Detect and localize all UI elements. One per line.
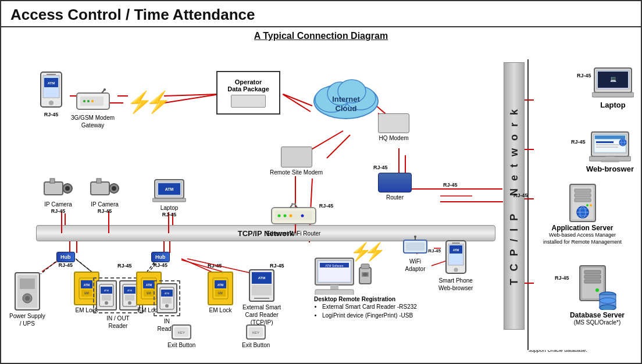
- desktop-registration: ATM Software Desktop Remote Registration…: [314, 257, 417, 320]
- svg-line-1: [164, 94, 219, 103]
- desktop-bullet-1: External Smart Card Reader -RS232: [322, 302, 417, 311]
- wifi-adaptor-icon: [402, 235, 428, 256]
- svg-rect-146: [601, 160, 619, 162]
- eth-router-icon: [270, 203, 317, 229]
- em-lock-3-box: ATM EM: [208, 272, 233, 305]
- desktop-bullets: External Smart Card Reader -RS232 LogiPr…: [314, 302, 417, 320]
- reader-box-1: ATM: [96, 280, 117, 311]
- svg-text:Cloud: Cloud: [336, 104, 357, 113]
- svg-text:EM: EM: [84, 291, 89, 295]
- app-server-label: Application Server: [551, 224, 613, 232]
- router-icon: [378, 173, 412, 192]
- svg-point-83: [25, 296, 30, 301]
- modem-icon: [76, 88, 110, 113]
- op-package-label: OperatorData Package: [227, 78, 269, 92]
- svg-rect-107: [162, 298, 172, 304]
- hq-modem-icon: [378, 113, 409, 133]
- page-title: Access Control / Time Attendance: [1, 1, 641, 27]
- diagram-area: A Typical Connection Diagram: [1, 27, 641, 361]
- power-supply-label: Power Supply/ UPS: [9, 312, 45, 327]
- db-server-sub: (MS SQL/Oracle*): [574, 319, 621, 326]
- svg-rect-121: [330, 285, 338, 290]
- internet-cloud: Internet Cloud: [308, 69, 384, 124]
- svg-text:Internet: Internet: [332, 95, 360, 104]
- svg-rect-145: [605, 156, 615, 160]
- hub-2-rj45: RJ-45: [153, 262, 167, 268]
- svg-point-37: [91, 100, 94, 102]
- svg-text:KEY: KEY: [252, 331, 259, 334]
- svg-point-35: [83, 100, 85, 102]
- ip-cam-2-rj45: RJ-45: [98, 208, 112, 214]
- page-container: Access Control / Time Attendance A Typic…: [0, 0, 642, 364]
- svg-line-4: [327, 135, 350, 158]
- svg-rect-151: [596, 147, 618, 148]
- em-lock-3: ATM EM EM Lock: [208, 272, 233, 314]
- svg-text:ATM: ATM: [84, 283, 90, 287]
- exit-btn-1-label: Exit Button: [167, 341, 195, 349]
- exit-btn-2-label: Exit Button: [242, 341, 270, 349]
- svg-rect-70: [91, 182, 109, 195]
- svg-rect-62: [452, 242, 460, 244]
- in-reader-box: ATM: [156, 283, 177, 313]
- power-supply: Power Supply/ UPS: [9, 272, 45, 327]
- smartphone-icon: ATM: [444, 240, 468, 276]
- svg-rect-149: [596, 141, 614, 143]
- svg-rect-158: [575, 194, 591, 197]
- in-reader-icon: ATM: [159, 286, 175, 311]
- ip-cam-1-label: IP Camera: [44, 201, 72, 208]
- svg-line-180: [283, 94, 311, 112]
- svg-point-67: [65, 186, 70, 191]
- desktop-label: Desktop Remote Registration: [314, 296, 417, 302]
- svg-text:ATM: ATM: [452, 248, 458, 252]
- db-server-label: Database Server: [570, 311, 625, 319]
- phone-rj45: RJ-45: [44, 112, 59, 117]
- svg-point-49: [291, 203, 294, 205]
- svg-text:ATM: ATM: [217, 283, 223, 287]
- hub-1: Hub RJ-45: [56, 252, 75, 268]
- svg-rect-81: [20, 279, 35, 289]
- hq-modem: HQ Modem: [378, 113, 409, 142]
- in-out-reader-icons: ATM ATM: [96, 280, 140, 311]
- svg-rect-97: [125, 295, 134, 301]
- web-browser-rj45: RJ-45: [571, 139, 586, 145]
- svg-point-53: [289, 215, 292, 217]
- hub-1-rj45: RJ-45: [58, 262, 73, 268]
- svg-point-160: [586, 204, 588, 206]
- desktop-icon: ATM Software: [314, 257, 355, 295]
- svg-rect-128: [361, 264, 369, 269]
- exit-button-1: KEY Exit Button: [167, 324, 195, 349]
- router-rj45: RJ-45: [373, 165, 388, 170]
- remote-modem-icon: [281, 147, 312, 167]
- gsm-modem-device: 3G/GSM ModemGateway: [71, 88, 115, 129]
- svg-rect-170: [584, 275, 601, 279]
- svg-text:ATM: ATM: [127, 289, 132, 292]
- eth-wifi-router: Ethernet/WiFi Router RJ-45: [266, 203, 320, 237]
- reader-2-icon: ATM: [122, 283, 138, 308]
- svg-text:ATM Software: ATM Software: [325, 264, 344, 267]
- svg-rect-76: [152, 198, 186, 202]
- svg-point-161: [590, 204, 592, 206]
- svg-point-172: [595, 288, 599, 292]
- db-server-device: Database Server (MS SQL/Oracle*) RJ-45: [570, 265, 625, 326]
- svg-rect-68: [50, 179, 55, 183]
- svg-rect-56: [406, 242, 425, 251]
- svg-point-130: [363, 273, 368, 276]
- svg-point-175: [600, 305, 616, 310]
- svg-point-52: [283, 215, 286, 217]
- hub1-rj45-label: RJ-45: [117, 263, 132, 269]
- svg-text:ATM: ATM: [48, 81, 55, 85]
- svg-point-58: [414, 235, 416, 238]
- ip-cam-2-icon: [90, 177, 120, 199]
- svg-rect-118: [254, 298, 269, 299]
- smart-card-reader-icon: ATM: [248, 269, 275, 302]
- svg-text:EM: EM: [218, 291, 223, 295]
- svg-point-27: [49, 101, 54, 105]
- exit-btn-2-icon: KEY: [245, 324, 266, 340]
- svg-text:EM: EM: [147, 291, 151, 295]
- reader-1-icon: ATM: [98, 283, 115, 308]
- smartphone-device: ATM Smart PhoneWeb-browser: [438, 240, 473, 292]
- eth-router-label: Ethernet/WiFi Router: [266, 230, 320, 237]
- laptop-top-rj45: RJ-45: [162, 212, 177, 217]
- web-browser-label: Web-broswer: [586, 165, 634, 173]
- svg-rect-169: [584, 270, 601, 274]
